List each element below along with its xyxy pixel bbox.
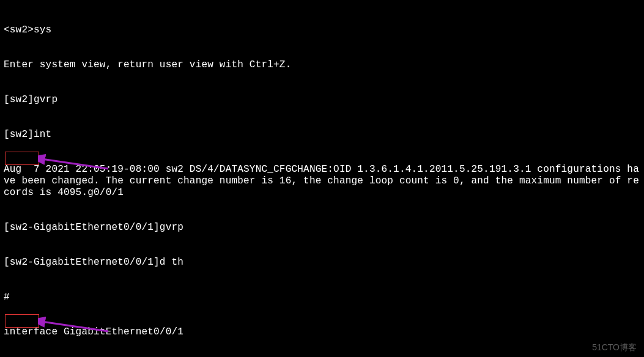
terminal-line: [sw2-GigabitEthernet0/0/1]gvrp (4, 222, 640, 234)
terminal-line: Enter system view, return user view with… (4, 59, 640, 71)
terminal-line: # (4, 292, 640, 303)
terminal-line: <sw2>sys (4, 24, 640, 36)
terminal-line: [sw2]int (4, 129, 640, 141)
terminal-line: [sw2-GigabitEthernet0/0/1]d th (4, 257, 640, 268)
terminal-output[interactable]: <sw2>sys Enter system view, return user … (0, 0, 644, 357)
terminal-line: interface GigabitEthernet0/0/1 (4, 326, 640, 338)
terminal-line: [sw2]gvrp (4, 94, 640, 106)
terminal-line: Aug 7 2021 22:05:19-08:00 sw2 DS/4/DATAS… (4, 164, 640, 199)
